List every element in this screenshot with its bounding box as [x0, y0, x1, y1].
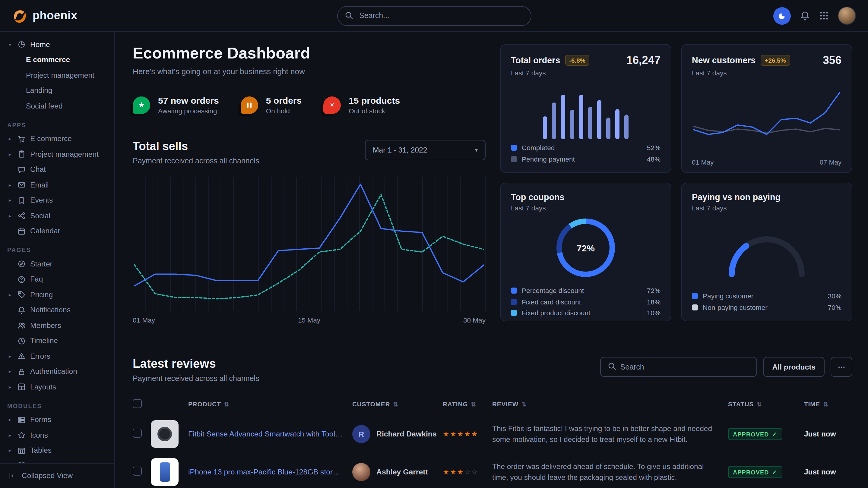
legend-item: Pending payment48%	[511, 154, 660, 165]
navbar-search-input[interactable]	[337, 6, 531, 26]
sidebar-item-home[interactable]: ▾Home	[7, 37, 111, 52]
apps-menu-button[interactable]	[819, 11, 829, 21]
column-header-status[interactable]: STATUS⇅	[728, 401, 804, 408]
clock-icon	[17, 336, 26, 346]
select-all-checkbox[interactable]	[133, 399, 142, 408]
sidebar-item-label: Forms	[30, 416, 51, 424]
legend-value: 18%	[647, 298, 660, 306]
sidebar-item-landing[interactable]: Landing	[7, 83, 111, 98]
coupons-donut-chart: 72%	[554, 217, 617, 279]
sidebar-item-label: Faq	[30, 275, 43, 284]
navbar-actions	[773, 7, 856, 25]
sidebar-item-notifications[interactable]: Notifications	[7, 302, 111, 318]
sidebar-item-events[interactable]: ▸Events	[7, 193, 111, 208]
sidebar-item-authentication[interactable]: ▸Authentication	[7, 364, 111, 379]
sidebar-item-tables[interactable]: ▸Tables	[7, 443, 111, 458]
sidebar-item-chat[interactable]: Chat	[7, 162, 111, 177]
reviews-search-input[interactable]	[600, 357, 757, 377]
stat-caption: Out of stock	[349, 107, 400, 115]
review-text: This Fitbit is fantastic! I was trying t…	[492, 423, 728, 445]
notifications-button[interactable]	[800, 10, 810, 21]
orders-bar-chart	[511, 85, 660, 139]
product-link[interactable]: iPhone 13 pro max-Pacific Blue-128GB sto…	[188, 468, 352, 476]
reviews-table-body: Fitbit Sense Advanced Smartwatch with To…	[133, 415, 852, 488]
collapse-sidebar-button[interactable]: Collapsed View	[0, 463, 114, 488]
star-icon: ★	[133, 96, 150, 113]
date-range-select[interactable]: Mar 1 - 31, 2022 ▾	[365, 140, 486, 160]
sidebar-item-components[interactable]: ▸Components	[7, 458, 111, 463]
sidebar-item-pricing[interactable]: ▸Pricing	[7, 287, 111, 302]
all-products-button[interactable]: All products	[763, 357, 825, 377]
rating-stars: ★★★☆☆	[443, 468, 492, 476]
column-header-customer[interactable]: CUSTOMER⇅	[352, 401, 443, 408]
theme-toggle-button[interactable]	[773, 7, 791, 24]
change-badge: -6.8%	[565, 55, 590, 66]
stats-row: ★57 new ordersAwating processing5 orders…	[133, 95, 486, 115]
sort-icon: ⇅	[471, 401, 476, 408]
column-header-rating[interactable]: RATING⇅	[443, 401, 492, 408]
sidebar-item-email[interactable]: ▸Email	[7, 177, 111, 193]
customer-name: Richard Dawkins	[376, 430, 437, 438]
sidebar-item-members[interactable]: Members	[7, 318, 111, 333]
sidebar-item-label: Home	[30, 40, 50, 49]
chevron-right-icon: ▸	[7, 197, 13, 203]
page-subtitle: Here's what's going on at your business …	[133, 67, 486, 76]
x-tick: 15 May	[298, 317, 320, 324]
product-link[interactable]: Fitbit Sense Advanced Smartwatch with To…	[188, 430, 352, 438]
order-bar	[561, 95, 565, 139]
column-header-time[interactable]: TIME⇅	[804, 401, 852, 408]
total-sells-chart	[133, 177, 486, 311]
legend-label: Non-paying customer	[703, 304, 768, 311]
sidebar-nav: ▾HomeE commerceProject managementLanding…	[0, 32, 114, 463]
status-badge: APPROVED✓	[728, 466, 782, 478]
sort-icon: ⇅	[823, 401, 829, 408]
legend-swatch	[511, 145, 517, 151]
chevron-right-icon: ▸	[7, 353, 13, 359]
moon-icon	[778, 11, 786, 20]
sidebar-item-faq[interactable]: Faq	[7, 271, 111, 287]
sidebar-item-project-management[interactable]: ▸Project management	[7, 147, 111, 162]
sidebar-item-e-commerce[interactable]: E commerce	[7, 52, 111, 67]
apps-grid-icon	[819, 11, 829, 21]
legend-item: Percentage discount72%	[511, 285, 660, 296]
sidebar-item-forms[interactable]: ▸Forms	[7, 412, 111, 427]
column-header-review[interactable]: REVIEW⇅	[492, 401, 728, 408]
column-label: REVIEW	[492, 401, 519, 408]
chat-icon	[17, 165, 26, 174]
pause-icon	[241, 96, 258, 113]
sidebar-item-project-management[interactable]: Project management	[7, 67, 111, 83]
chevron-right-icon: ▸	[7, 213, 13, 219]
sidebar-item-social-feed[interactable]: Social feed	[7, 98, 111, 113]
reviews-subtitle: Payment received across all channels	[133, 375, 259, 383]
card-title: Top coupons	[511, 192, 564, 202]
more-actions-button[interactable]: ⋯	[831, 357, 852, 377]
row-checkbox[interactable]	[133, 466, 142, 475]
new-customers-chart	[692, 88, 841, 159]
navbar-search	[337, 6, 531, 26]
chevron-down-icon: ▾	[7, 42, 13, 47]
sidebar-item-e-commerce[interactable]: ▸E commerce	[7, 131, 111, 147]
product-thumbnail	[151, 458, 179, 486]
sidebar-item-icons[interactable]: ▸Icons	[7, 427, 111, 443]
column-header-product[interactable]: PRODUCT⇅	[188, 401, 352, 408]
phoenix-logo-icon	[12, 8, 28, 24]
search-icon	[344, 10, 354, 20]
sidebar-item-errors[interactable]: ▸Errors	[7, 349, 111, 364]
new-customers-x-axis: 01 May 07 May	[692, 159, 841, 166]
sidebar-item-timeline[interactable]: Timeline	[7, 333, 111, 349]
compass-icon	[17, 260, 26, 268]
sidebar-item-social[interactable]: ▸Social	[7, 208, 111, 223]
row-checkbox[interactable]	[133, 428, 142, 437]
sidebar-section-title-apps: APPS	[7, 122, 111, 128]
x-tick: 01 May	[692, 159, 714, 166]
stat-item: ★57 new ordersAwating processing	[133, 95, 219, 115]
user-avatar[interactable]	[838, 7, 856, 25]
order-bar	[543, 116, 547, 139]
sidebar-item-calendar[interactable]: Calendar	[7, 223, 111, 239]
sidebar-item-starter[interactable]: Starter	[7, 256, 111, 271]
sidebar-item-layouts[interactable]: ▸Layouts	[7, 379, 111, 395]
stat-value: 15 products	[349, 95, 400, 105]
brand[interactable]: phoenix	[12, 8, 78, 24]
sidebar-item-label: Tables	[30, 446, 52, 455]
bookmark-icon	[17, 196, 26, 205]
